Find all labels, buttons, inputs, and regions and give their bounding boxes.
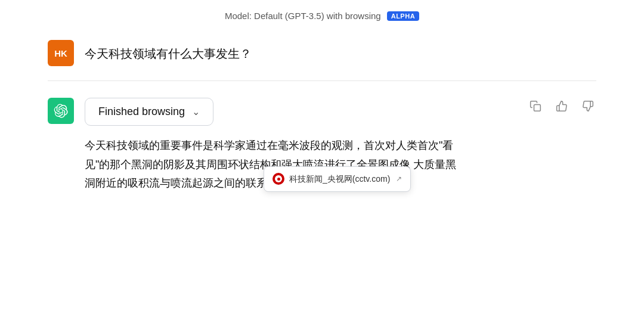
external-link-icon: ↗: [396, 173, 402, 185]
model-label: Model: Default (GPT-3.5) with browsing: [225, 11, 381, 21]
thumbs-down-button[interactable]: [580, 98, 596, 114]
user-message-text: 今天科技领域有什么大事发生？: [85, 40, 252, 62]
cctv-logo-dot: [277, 178, 280, 181]
assistant-message: Finished browsing ⌄ 今天科技领域的重要事件是科学家通过在毫米…: [48, 81, 596, 193]
copy-icon: [530, 100, 541, 112]
assistant-content: Finished browsing ⌄ 今天科技领域的重要事件是科学家通过在毫米…: [85, 98, 596, 193]
svg-rect-0: [534, 105, 541, 111]
assistant-body-text: 今天科技领域的重要事件是科学家通过在毫米波段的观测，首次对人类首次"看见"的那个…: [85, 136, 466, 193]
alpha-badge: ALPHA: [387, 11, 419, 21]
chat-area: HK 今天科技领域有什么大事发生？ Finished browsing ⌄ 今天…: [0, 29, 644, 193]
browsing-dropdown[interactable]: Finished browsing ⌄: [85, 98, 213, 126]
assistant-avatar: [48, 98, 74, 124]
thumbs-down-icon: [582, 100, 594, 112]
header: Model: Default (GPT-3.5) with browsing A…: [0, 0, 644, 29]
body-text-part1: 今天科技领域的重要事件是科学家通过在毫米波段的观测，首次对人类首次"看见"的那个…: [85, 139, 453, 170]
browsing-label: Finished browsing: [98, 105, 185, 118]
cctv-logo-inner: [275, 175, 282, 182]
user-avatar: HK: [48, 40, 74, 66]
openai-icon: [54, 104, 68, 118]
thumbs-up-icon: [556, 100, 568, 112]
thumbs-up-button[interactable]: [553, 98, 570, 114]
chevron-down-icon: ⌄: [192, 106, 200, 117]
copy-button[interactable]: [527, 98, 544, 114]
cctv-logo: [273, 173, 284, 185]
action-icons: [527, 98, 596, 114]
citation-tooltip[interactable]: 科技新闻_央视网(cctv.com) ↗: [264, 166, 411, 192]
user-message: HK 今天科技领域有什么大事发生？: [48, 29, 596, 80]
citation-text: 科技新闻_央视网(cctv.com): [289, 172, 390, 187]
